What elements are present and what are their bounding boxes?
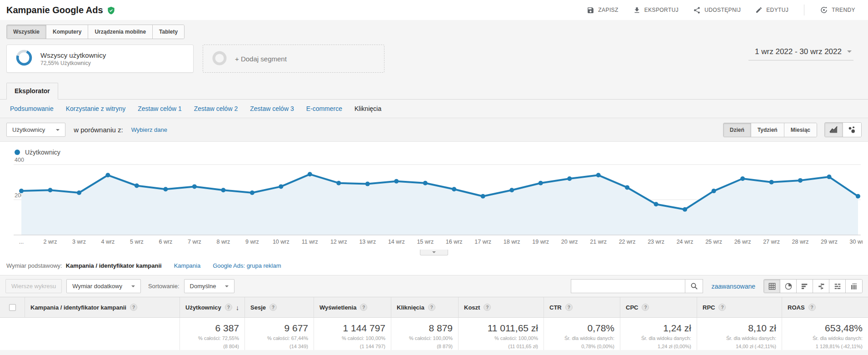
- summary-cost: 11 011,65 zł% całości: 100,00%(11 011,65…: [458, 318, 544, 350]
- users-header-label: Użytkownicy: [185, 304, 221, 311]
- column-header-roas[interactable]: ROAS?: [782, 297, 868, 317]
- column-header-campaign[interactable]: Kampania / identyfikator kampanii?: [25, 297, 180, 317]
- granularity-miesiąc[interactable]: Miesiąc: [784, 123, 817, 137]
- svg-text:7 wrz: 7 wrz: [188, 239, 201, 245]
- secondary-dimension-label: Wymiar dodatkowy: [72, 283, 122, 290]
- column-header-cost[interactable]: Koszt?: [458, 297, 544, 317]
- help-icon[interactable]: ?: [808, 304, 816, 311]
- cost-summary-value: 11 011,65 zł: [464, 323, 538, 334]
- performance-view-button[interactable]: [797, 280, 813, 293]
- svg-text:17 wrz: 17 wrz: [474, 239, 491, 245]
- chart-controls: Użytkownicy w porównaniu z: Wybierz dane…: [0, 118, 868, 142]
- column-header-impressions[interactable]: Wyświetlenia?: [314, 297, 391, 317]
- subtab-zestaw-celów-1[interactable]: Zestaw celów 1: [138, 105, 181, 112]
- share-button[interactable]: UDOSTĘPNIJ: [693, 6, 741, 14]
- column-header-cpc[interactable]: CPC?: [620, 297, 697, 317]
- advanced-filter-link[interactable]: zaawansowane: [711, 283, 755, 290]
- add-segment-label: + Dodaj segment: [235, 55, 287, 63]
- device-tab-urządzenia-mobilne[interactable]: Urządzenia mobilne: [88, 25, 153, 39]
- users-summary-value: 6 387: [185, 323, 239, 334]
- dimension-links: KampaniaGoogle Ads: grupa reklam: [174, 262, 281, 269]
- subtab-kliknięcia[interactable]: Kliknięcia: [354, 105, 381, 112]
- svg-text:2 wrz: 2 wrz: [44, 239, 57, 245]
- column-header-sessions[interactable]: Sesje?: [244, 297, 314, 317]
- tab-explorer[interactable]: Eksplorator: [6, 83, 58, 100]
- granularity-switcher: DzieńTydzieńMiesiąc: [723, 123, 817, 137]
- svg-text:26 wrz: 26 wrz: [734, 239, 751, 245]
- device-tabs-row: WszystkieKomputeryUrządzenia mobilneTabl…: [6, 25, 868, 39]
- summary-rpc: 8,10 złŚr. dla widoku danych:14,00 zł (-…: [697, 318, 782, 350]
- column-header-users[interactable]: Użytkownicy?↓: [180, 297, 244, 317]
- summary-clicks: 8 879% całości: 100,00%(8 879): [391, 318, 458, 350]
- line-chart-view-button[interactable]: [825, 123, 843, 137]
- clicks-summary-line1: % całości: 100,00%: [397, 335, 453, 342]
- help-icon[interactable]: ?: [130, 304, 137, 311]
- svg-text:21 wrz: 21 wrz: [590, 239, 607, 245]
- table-view-button[interactable]: [764, 280, 780, 293]
- device-tab-komputery[interactable]: Komputery: [46, 25, 88, 39]
- sort-select-value: Domyślne: [190, 283, 216, 290]
- table-search-input[interactable]: [571, 279, 685, 293]
- summary-users: 6 387% całości: 72,55%(8 804): [180, 318, 244, 350]
- secondary-dimension-button[interactable]: Wymiar dodatkowy: [66, 279, 141, 293]
- users-summary-line2: (8 804): [185, 343, 239, 350]
- help-icon[interactable]: ?: [642, 304, 649, 311]
- comparison-view-button[interactable]: [813, 280, 829, 293]
- compare-select-link[interactable]: Wybierz dane: [131, 126, 167, 133]
- column-header-clicks[interactable]: Kliknięcia?: [391, 297, 458, 317]
- subtab-zestaw-celów-2[interactable]: Zestaw celów 2: [194, 105, 238, 112]
- term-cloud-view-button[interactable]: [829, 280, 846, 293]
- sort-desc-icon: ↓: [236, 304, 239, 311]
- sessions-summary-line2: (14 349): [250, 343, 308, 350]
- sort-select[interactable]: Domyślne: [184, 279, 235, 293]
- metric-selector[interactable]: Użytkownicy: [6, 123, 65, 137]
- granularity-tydzień[interactable]: Tydzień: [751, 123, 784, 137]
- scatter-view-button[interactable]: [843, 123, 861, 137]
- column-header-rpc[interactable]: RPC?: [697, 297, 782, 317]
- search-button[interactable]: [685, 279, 703, 293]
- select-all-checkbox[interactable]: [9, 304, 16, 311]
- subtab-korzystanie-z-witryny[interactable]: Korzystanie z witryny: [66, 105, 125, 112]
- users-chart-svg: 400200...2 wrz3 wrz4 wrz5 wrz6 wrz7 wrz8…: [5, 158, 863, 250]
- help-icon[interactable]: ?: [269, 304, 277, 311]
- pivot-view-button[interactable]: [846, 280, 862, 293]
- summary-impressions: 1 144 797% całości: 100,00%(1 144 797): [314, 318, 391, 350]
- column-header-ctr[interactable]: CTR?: [544, 297, 620, 317]
- device-tab-wszystkie[interactable]: Wszystkie: [7, 25, 46, 39]
- svg-text:24 wrz: 24 wrz: [677, 239, 693, 245]
- help-icon[interactable]: ?: [565, 304, 573, 311]
- users-area-chart[interactable]: 400200...2 wrz3 wrz4 wrz5 wrz6 wrz7 wrz8…: [0, 157, 868, 250]
- segment-card-all-users[interactable]: Wszyscy użytkownicy 72,55% Użytkownicy: [6, 45, 194, 73]
- save-button[interactable]: ZAPISZ: [587, 6, 618, 14]
- dimension-link-google-ads-grupa-reklam[interactable]: Google Ads: grupa reklam: [213, 262, 281, 269]
- impressions-summary-line2: (1 144 797): [319, 343, 385, 350]
- summary-roas: 653,48%Śr. dla widoku danych:1 128,81% (…: [782, 318, 868, 350]
- rpc-summary-value: 8,10 zł: [703, 323, 776, 334]
- segment-row: Wszyscy użytkownicy 72,55% Użytkownicy +…: [6, 45, 862, 73]
- device-tab-tablety[interactable]: Tablety: [153, 25, 184, 39]
- help-icon[interactable]: ?: [484, 304, 491, 311]
- dimension-link-kampania[interactable]: Kampania: [174, 262, 201, 269]
- add-segment-button[interactable]: + Dodaj segment: [203, 45, 384, 73]
- dimension-campaign-id[interactable]: Kampania / identyfikator kampanii: [66, 262, 162, 269]
- help-icon[interactable]: ?: [428, 304, 435, 311]
- subtab-podsumowanie[interactable]: Podsumowanie: [10, 105, 54, 112]
- subtab-e-commerce[interactable]: E-commerce: [306, 105, 342, 112]
- help-icon[interactable]: ?: [360, 304, 367, 311]
- cpc-summary-line2: 1,24 zł (0,00%): [626, 343, 691, 350]
- trends-button[interactable]: TRENDY: [820, 6, 855, 14]
- chart-collapse-toggle[interactable]: [420, 250, 448, 255]
- percentage-view-button[interactable]: [780, 280, 797, 293]
- svg-text:400: 400: [15, 158, 24, 163]
- summary-sessions: 9 677% całości: 67,44%(14 349): [244, 318, 314, 350]
- roas-header-label: ROAS: [788, 304, 805, 311]
- export-button[interactable]: EKSPORTUJ: [633, 6, 678, 14]
- help-icon[interactable]: ?: [225, 304, 232, 311]
- date-range-picker[interactable]: 1 wrz 2022 - 30 wrz 2022: [748, 46, 853, 60]
- sort-label: Sortowanie:: [148, 283, 180, 290]
- help-icon[interactable]: ?: [718, 304, 726, 311]
- subtab-zestaw-celów-3[interactable]: Zestaw celów 3: [250, 105, 294, 112]
- granularity-dzień[interactable]: Dzień: [723, 123, 751, 137]
- rpc-summary-line2: 14,00 zł (-42,11%): [703, 343, 776, 350]
- edit-button[interactable]: EDYTUJ: [755, 6, 788, 14]
